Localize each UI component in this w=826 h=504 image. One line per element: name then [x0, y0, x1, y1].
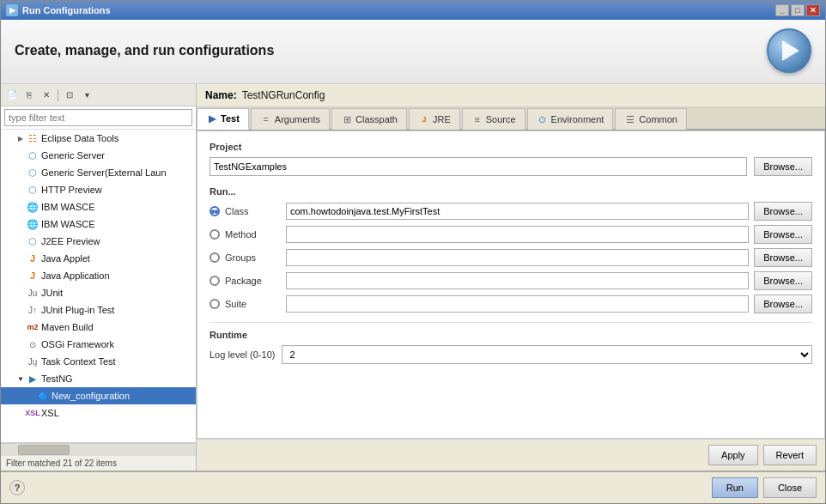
more-options-button[interactable]: ▾ — [79, 88, 94, 103]
tree-container: ▶ ☷ Eclipse Data Tools ⬡ Generic Server … — [1, 130, 196, 442]
tree-item-ibm-wasce1[interactable]: 🌐 IBM WASCE — [1, 198, 196, 216]
method-browse-button[interactable]: Browse... — [754, 225, 812, 244]
package-browse-button[interactable]: Browse... — [754, 271, 812, 290]
bottom-buttons: Apply Revert — [197, 439, 825, 471]
run-icon-button[interactable] — [767, 28, 811, 73]
http-preview-icon: ⬡ — [27, 184, 39, 196]
classpath-tab-icon: ⊞ — [341, 113, 353, 125]
xsl-icon: XSL — [27, 407, 39, 419]
run-button[interactable]: Run — [712, 477, 758, 498]
common-tab-icon: ☰ — [624, 113, 636, 125]
tab-test-label: Test — [221, 113, 240, 124]
eclipse-data-tools-icon: ☷ — [27, 132, 39, 144]
j2ee-preview-label: J2EE Preview — [41, 236, 100, 246]
class-input[interactable] — [286, 203, 749, 220]
close-button[interactable]: ✕ — [806, 4, 820, 16]
header: Create, manage, and run configurations — [1, 20, 825, 84]
class-browse-button[interactable]: Browse... — [754, 202, 812, 221]
tree-item-generic-server-ext[interactable]: ⬡ Generic Server(External Laun — [1, 164, 196, 181]
close-button-footer[interactable]: Close — [763, 477, 817, 498]
tree-item-java-application[interactable]: J Java Application — [1, 267, 196, 284]
tab-common[interactable]: ☰ Common — [615, 108, 687, 130]
expand-arrow-newconfig — [27, 392, 35, 400]
tree-item-junit[interactable]: Ju JUnit — [1, 284, 196, 301]
tree-item-new-configuration[interactable]: 🔷 New_configuration — [1, 387, 196, 404]
radio-suite[interactable] — [210, 299, 220, 309]
minimize-button[interactable]: _ — [775, 4, 789, 16]
filter-input[interactable] — [4, 109, 192, 126]
log-level-label: Log level (0-10) — [210, 349, 275, 360]
suite-input[interactable] — [286, 295, 749, 313]
delete-config-button[interactable]: ✕ — [39, 88, 54, 103]
ibm-wasce1-label: IBM WASCE — [41, 202, 95, 212]
tab-environment[interactable]: ⊙ Environment — [527, 108, 614, 130]
sidebar: 📄 ⎘ ✕ ⊡ ▾ — [1, 84, 197, 471]
radio-class[interactable] — [210, 206, 220, 216]
tree-item-ibm-wasce2[interactable]: 🌐 IBM WASCE — [1, 216, 196, 233]
sidebar-hscrollbar[interactable] — [1, 443, 196, 455]
tree-item-j2ee-preview[interactable]: ⬡ J2EE Preview — [1, 233, 196, 250]
radio-groups[interactable] — [210, 252, 220, 263]
java-applet-label: Java Applet — [41, 253, 90, 264]
tree-item-junit-plugin[interactable]: J↑ JUnit Plug-in Test — [1, 301, 196, 319]
method-input[interactable] — [286, 226, 749, 243]
tree-item-osgi[interactable]: ⊙ OSGi Framework — [1, 336, 196, 353]
h-scroll-thumb[interactable] — [18, 445, 70, 455]
run-section-label: Run... — [210, 186, 812, 197]
tree-item-java-applet[interactable]: J Java Applet — [1, 250, 196, 267]
tab-common-label: Common — [639, 114, 677, 124]
tree-item-maven-build[interactable]: m2 Maven Build — [1, 319, 196, 336]
osgi-icon: ⊙ — [27, 338, 39, 350]
copy-config-button[interactable]: ⎘ — [21, 88, 37, 103]
maven-build-label: Maven Build — [41, 322, 94, 332]
tab-classpath[interactable]: ⊞ Classpath — [331, 108, 407, 130]
apply-button[interactable]: Apply — [708, 445, 758, 465]
project-row: Browse... — [210, 157, 812, 176]
maximize-button[interactable]: □ — [791, 4, 805, 16]
tree-item-http-preview[interactable]: ⬡ HTTP Preview — [1, 181, 196, 198]
junit-plugin-icon: J↑ — [27, 304, 39, 316]
radio-row-groups: Groups Browse... — [210, 248, 812, 267]
tree-item-generic-server[interactable]: ⬡ Generic Server — [1, 147, 196, 164]
collapse-all-button[interactable]: ⊡ — [62, 88, 77, 103]
expand-arrow-xsl — [16, 409, 25, 417]
revert-button[interactable]: Revert — [763, 445, 817, 465]
play-triangle-icon — [782, 40, 799, 61]
radio-package[interactable] — [210, 276, 220, 286]
delete-icon: ✕ — [43, 90, 50, 100]
project-input[interactable] — [210, 157, 747, 176]
expand-arrow-japp — [16, 271, 25, 280]
main-window: ▶ Run Configurations _ □ ✕ Create, manag… — [0, 0, 826, 504]
expand-arrow-ibm2 — [16, 220, 25, 228]
tab-test[interactable]: ▶ Test — [197, 108, 249, 130]
tree-item-task-context[interactable]: Jų Task Context Test — [1, 353, 196, 370]
expand-arrow-testng: ▼ — [16, 374, 25, 383]
tab-source[interactable]: ≡ Source — [462, 108, 525, 130]
tree-item-xsl[interactable]: XSL XSL — [1, 404, 196, 422]
tab-jre[interactable]: J JRE — [409, 108, 460, 130]
suite-browse-button[interactable]: Browse... — [754, 295, 812, 313]
log-level-select[interactable]: 2 0 1 3 — [282, 345, 812, 364]
suite-label: Suite — [225, 299, 281, 309]
maven-icon: m2 — [27, 321, 39, 333]
radio-row-package: Package Browse... — [210, 271, 812, 290]
header-title: Create, manage, and run configurations — [15, 43, 274, 58]
tree-item-testng[interactable]: ▼ ▶ TestNG — [1, 370, 196, 387]
tab-source-label: Source — [486, 114, 516, 124]
help-button[interactable]: ? — [9, 480, 25, 495]
project-browse-button[interactable]: Browse... — [754, 157, 812, 176]
groups-browse-button[interactable]: Browse... — [754, 248, 812, 267]
filter-box — [1, 106, 196, 130]
groups-input[interactable] — [286, 249, 749, 266]
j2ee-preview-icon: ⬡ — [27, 235, 39, 247]
xsl-label: XSL — [41, 408, 59, 418]
jre-tab-icon: J — [418, 113, 430, 125]
method-label: Method — [225, 229, 281, 240]
log-level-row: Log level (0-10) 2 0 1 3 — [210, 345, 812, 364]
new-config-button[interactable]: 📄 — [4, 88, 20, 103]
tree-item-eclipse-data-tools[interactable]: ▶ ☷ Eclipse Data Tools — [1, 130, 196, 147]
radio-method[interactable] — [210, 229, 220, 240]
name-label: Name: — [205, 89, 237, 101]
package-input[interactable] — [286, 272, 749, 289]
tab-arguments[interactable]: = Arguments — [251, 108, 330, 130]
